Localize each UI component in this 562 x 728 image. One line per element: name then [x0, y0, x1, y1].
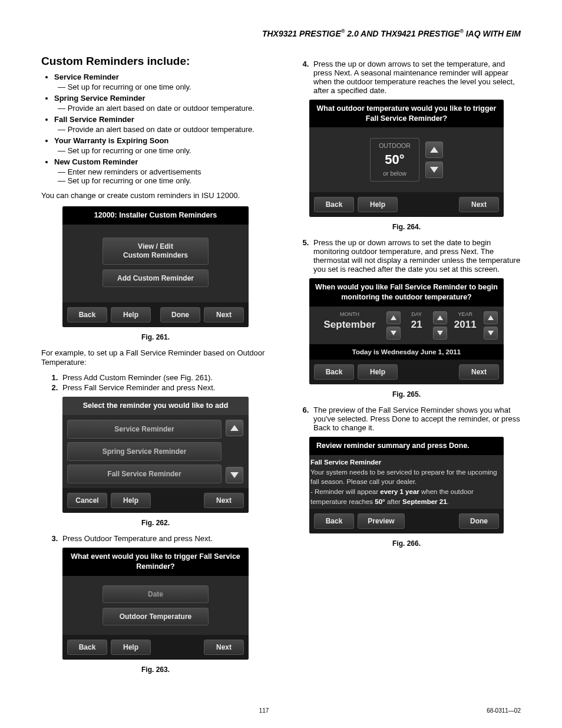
year-up-button[interactable]: [484, 311, 498, 324]
step-4: Press the up or down arrows to set the t…: [292, 60, 521, 95]
section-heading: Custom Reminders include:: [41, 55, 270, 68]
scroll-up-button[interactable]: [226, 420, 243, 436]
cancel-button[interactable]: Cancel: [67, 493, 107, 508]
arrow-up-icon: [391, 315, 396, 320]
temp-display: OUTDOOR 50° or below: [370, 138, 419, 182]
example-text: For example, to set up a Fall Service Re…: [41, 348, 270, 368]
today-text: Today is Wednesday June 1, 2011: [309, 344, 504, 360]
month-down-button[interactable]: [386, 327, 401, 340]
year-down-button[interactable]: [484, 327, 498, 340]
right-column: Press the up or down arrows to set the t…: [292, 55, 521, 681]
fig-264-caption: Fig. 264.: [292, 223, 521, 231]
reminder-item: Your Warranty is Expiring SoonSet up for…: [54, 136, 270, 155]
done-button[interactable]: Done: [459, 513, 499, 529]
month-label: MONTH: [340, 311, 359, 317]
fig-265-device: When would you like Fall Service Reminde…: [309, 278, 504, 384]
fig-263-device: What event would you like to trigger Fal…: [62, 548, 249, 660]
date-button[interactable]: Date: [103, 585, 209, 603]
step-3: Press Outdoor Temperature and press Next…: [41, 534, 270, 543]
step-5: Press the up or down arrows to set the d…: [292, 238, 521, 274]
fig-262-caption: Fig. 262.: [41, 519, 270, 527]
help-button[interactable]: Help: [111, 640, 151, 655]
temp-up-button[interactable]: [425, 141, 443, 158]
arrow-up-icon: [430, 147, 438, 153]
arrow-down-icon: [488, 331, 494, 335]
help-button[interactable]: Help: [111, 493, 151, 508]
review-body: Fall Service Reminder Your system needs …: [309, 455, 504, 509]
done-button[interactable]: Done: [160, 307, 200, 322]
reminder-item: Spring Service ReminderProvide an alert …: [54, 94, 270, 113]
arrow-down-icon: [430, 167, 438, 173]
left-column: Custom Reminders include: Service Remind…: [41, 55, 270, 681]
year-label: YEAR: [458, 311, 472, 317]
device-title: When would you like Fall Service Reminde…: [309, 278, 504, 307]
fig-263-caption: Fig. 263.: [41, 666, 270, 674]
temp-down-button[interactable]: [425, 162, 443, 178]
year-value: 2011: [454, 319, 477, 331]
scroll-down-button[interactable]: [226, 467, 243, 483]
arrow-down-icon: [391, 331, 396, 335]
outdoor-temp-button[interactable]: Outdoor Temperature: [103, 608, 209, 625]
reminder-list: Service ReminderSet up for recurring or …: [41, 73, 270, 185]
fig-266-device: Review reminder summary and press Done. …: [309, 437, 504, 533]
device-title: Select the reminder you would like to ad…: [62, 397, 249, 415]
spring-reminder-item[interactable]: Spring Service Reminder: [67, 442, 222, 461]
doc-number: 68-0311—02: [487, 707, 521, 714]
arrow-down-icon: [437, 331, 443, 335]
day-value: 21: [411, 319, 422, 331]
fig-261-device: 12000: Installer Custom Reminders View /…: [62, 206, 249, 327]
device-title: What outdoor temperature would you like …: [309, 100, 504, 128]
page-header: THX9321 PRESTIGE® 2.0 AND THX9421 PRESTI…: [41, 28, 521, 38]
reminder-item: New Custom ReminderEnter new reminders o…: [54, 157, 270, 185]
arrow-up-icon: [437, 315, 443, 320]
device-title: What event would you like to trigger Fal…: [62, 548, 249, 576]
next-button[interactable]: Next: [204, 640, 244, 655]
step-6: The preview of the Fall Service Reminder…: [292, 406, 521, 432]
fig-264-device: What outdoor temperature would you like …: [309, 100, 504, 218]
next-button[interactable]: Next: [204, 493, 244, 508]
page-footer: 117 68-0311—02: [41, 707, 521, 714]
help-button[interactable]: Help: [358, 197, 398, 212]
arrow-down-icon: [230, 472, 239, 478]
help-button[interactable]: Help: [111, 307, 151, 322]
fig-265-caption: Fig. 265.: [292, 390, 521, 398]
review-heading: Fall Service Reminder: [310, 459, 381, 466]
fig-262-device: Select the reminder you would like to ad…: [62, 397, 249, 513]
help-button[interactable]: Help: [358, 364, 398, 380]
steps-1-2: Press Add Custom Reminder (see Fig. 261)…: [41, 373, 270, 392]
page-number: 117: [259, 707, 269, 714]
back-button[interactable]: Back: [314, 197, 354, 212]
next-button[interactable]: Next: [459, 364, 499, 380]
month-up-button[interactable]: [386, 311, 401, 324]
next-button[interactable]: Next: [459, 197, 499, 212]
reminder-item: Service ReminderSet up for recurring or …: [54, 73, 270, 91]
service-reminder-item[interactable]: Service Reminder: [67, 420, 222, 439]
intro-text: You can change or create custom reminder…: [41, 191, 270, 200]
add-reminder-button[interactable]: Add Custom Reminder: [103, 269, 209, 287]
view-edit-button[interactable]: View / Edit Custom Reminders: [103, 238, 209, 265]
arrow-up-icon: [230, 425, 239, 431]
day-down-button[interactable]: [433, 327, 447, 340]
fall-reminder-item[interactable]: Fall Service Reminder: [67, 465, 222, 483]
day-up-button[interactable]: [433, 311, 447, 324]
back-button[interactable]: Back: [314, 513, 354, 529]
back-button[interactable]: Back: [67, 307, 107, 322]
fig-261-caption: Fig. 261.: [41, 333, 270, 341]
device-title: 12000: Installer Custom Reminders: [62, 206, 249, 225]
device-title: Review reminder summary and press Done.: [309, 437, 504, 455]
next-button[interactable]: Next: [204, 307, 244, 322]
preview-button[interactable]: Preview: [358, 513, 405, 529]
back-button[interactable]: Back: [67, 640, 107, 655]
fig-266-caption: Fig. 266.: [292, 539, 521, 548]
reminder-item: Fall Service ReminderProvide an alert ba…: [54, 115, 270, 134]
back-button[interactable]: Back: [314, 364, 354, 380]
arrow-up-icon: [488, 315, 494, 320]
day-label: DAY: [411, 311, 422, 317]
month-value: September: [323, 319, 375, 331]
